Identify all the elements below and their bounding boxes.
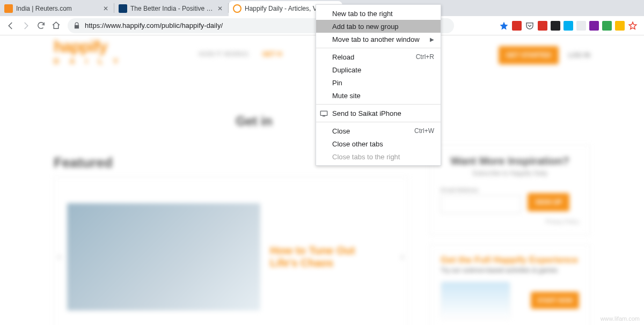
extension-icon[interactable] <box>551 21 560 31</box>
start-now-button[interactable]: START NOW <box>531 292 579 309</box>
reload-button[interactable] <box>33 18 48 33</box>
featured-image <box>67 203 260 311</box>
tab-1[interactable]: The Better India - Positive News. ✕ <box>114 1 228 16</box>
arrow-right-icon <box>21 21 31 31</box>
featured-title[interactable]: How to Tune Out Life's Chaos <box>270 245 377 269</box>
watermark: www.lifam.com <box>601 315 640 322</box>
subscribe-card: Want More Inspiration? Subscribe to Happ… <box>429 145 590 235</box>
ctx-send-to-device[interactable]: Send to Saikat iPhone <box>316 107 441 120</box>
favicon-icon <box>4 4 13 13</box>
close-icon[interactable]: ✕ <box>216 5 224 12</box>
close-icon[interactable]: ✕ <box>102 5 109 12</box>
tab-title: India | Reuters.com <box>16 5 100 12</box>
ctx-add-tab-new-group[interactable]: Add tab to new group <box>316 20 441 33</box>
home-icon <box>52 21 61 30</box>
separator <box>316 104 441 105</box>
promo-heading: Get the Full Happify Experience <box>441 255 579 265</box>
favicon-icon <box>233 4 241 13</box>
extension-icon[interactable] <box>512 21 522 31</box>
device-icon <box>319 109 328 117</box>
extension-icon[interactable] <box>615 21 625 31</box>
chevron-left-icon[interactable]: ‹ <box>57 250 61 264</box>
promo-card: Get the Full Happify Experience Try our … <box>429 245 590 325</box>
email-label: Email Address <box>441 187 579 193</box>
ctx-mute-site[interactable]: Mute site <box>316 89 441 102</box>
sidebar: Want More Inspiration? Subscribe to Happ… <box>429 145 590 325</box>
back-button[interactable] <box>3 18 18 33</box>
promo-thumb <box>441 282 510 319</box>
extension-icon[interactable] <box>602 21 612 31</box>
extension-icon[interactable] <box>589 21 599 31</box>
reload-icon <box>36 21 46 30</box>
subscribe-heading: Want More Inspiration? <box>441 155 579 167</box>
svg-rect-1 <box>323 115 325 116</box>
tab-context-menu: New tab to the right Add tab to new grou… <box>316 4 441 166</box>
extension-icon[interactable] <box>576 21 586 31</box>
get-started-button[interactable]: GET STARTED <box>499 46 559 64</box>
extensions-area <box>499 21 641 31</box>
extension-icon[interactable] <box>538 21 547 31</box>
separator <box>316 122 441 122</box>
ctx-move-tab-window[interactable]: Move tab to another window▶ <box>316 33 441 46</box>
tab-0[interactable]: India | Reuters.com ✕ <box>0 1 114 16</box>
star-outline-icon[interactable] <box>628 21 638 31</box>
ctx-reload[interactable]: ReloadCtrl+R <box>316 50 441 63</box>
forward-button[interactable] <box>18 18 33 33</box>
nav-link[interactable]: HOW IT WORKS <box>199 50 248 58</box>
tab-title: The Better India - Positive News. <box>130 5 214 12</box>
signup-button[interactable]: SIGN UP <box>528 193 569 211</box>
lock-icon <box>73 22 80 29</box>
ctx-duplicate[interactable]: Duplicate <box>316 63 441 76</box>
ctx-pin[interactable]: Pin <box>316 76 441 89</box>
favicon-icon <box>119 4 127 13</box>
subscribe-sub: Subscribe to Happify Daily <box>441 169 579 177</box>
separator <box>316 48 441 48</box>
featured-card[interactable]: ‹ How to Tune Out Life's Chaos › <box>54 176 408 325</box>
chevron-right-icon[interactable]: › <box>400 250 404 264</box>
chevron-right-icon: ▶ <box>430 36 434 42</box>
svg-rect-0 <box>320 111 327 115</box>
extension-icon[interactable] <box>564 21 573 31</box>
ctx-close-other[interactable]: Close other tabs <box>316 137 441 150</box>
email-field[interactable] <box>441 195 521 213</box>
promo-sub: Try our science-based activities & games <box>441 267 579 274</box>
privacy-link[interactable]: Privacy Policy <box>441 219 579 225</box>
login-link[interactable]: LOG IN <box>568 51 590 59</box>
url-text: https://www.happify.com/public/happify-d… <box>85 21 223 29</box>
ctx-new-tab-right[interactable]: New tab to the right <box>316 7 441 20</box>
bookmark-star-icon[interactable] <box>499 21 509 31</box>
arrow-left-icon <box>6 21 16 31</box>
home-button[interactable] <box>48 18 63 33</box>
ctx-close[interactable]: CloseCtrl+W <box>316 124 441 137</box>
pocket-icon[interactable] <box>525 21 535 31</box>
nav-link[interactable]: GET H <box>262 50 282 58</box>
ctx-close-right: Close tabs to the right <box>316 150 441 163</box>
